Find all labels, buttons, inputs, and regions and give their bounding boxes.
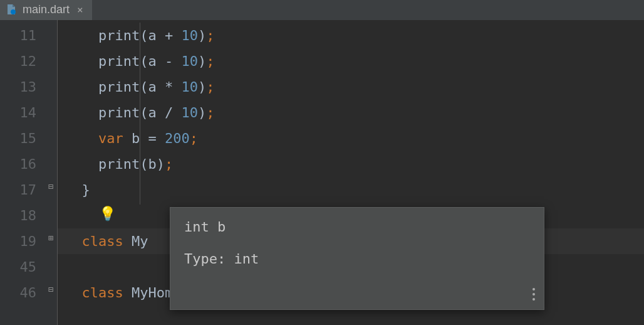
quick-doc-popup: int b Type: int xyxy=(170,207,544,310)
tab-filename: main.dart xyxy=(23,3,70,16)
line-number: 12 xyxy=(0,48,45,74)
tab-bar: main.dart × xyxy=(0,0,644,20)
tooltip-type-row: Type: int xyxy=(184,251,530,267)
line-number: 14 xyxy=(0,100,45,125)
code-line[interactable]: print(a - 10); xyxy=(58,48,644,74)
svg-point-0 xyxy=(11,9,16,14)
code-line[interactable]: print(a + 10); xyxy=(58,23,644,48)
line-number-gutter: 11 12 13 14 15 16 17 18 19 45 46 xyxy=(0,20,45,325)
line-number: 17 xyxy=(0,177,45,203)
line-number: 18 xyxy=(0,203,45,228)
dart-file-icon xyxy=(5,3,18,16)
close-icon[interactable]: × xyxy=(75,4,86,16)
line-number: 15 xyxy=(0,125,45,151)
fold-collapse-icon[interactable]: ⊟ xyxy=(46,285,55,294)
more-options-icon[interactable] xyxy=(532,288,535,301)
tooltip-declaration: int b xyxy=(184,219,530,235)
code-editor[interactable]: 11 12 13 14 15 16 17 18 19 45 46 ⊟ ⊞ ⊟ p… xyxy=(0,20,644,325)
code-line[interactable]: print(b); xyxy=(58,151,644,177)
code-line[interactable]: var b = 200; xyxy=(58,125,644,151)
line-number: 13 xyxy=(0,74,45,100)
line-number: 45 xyxy=(0,254,45,280)
line-number: 16 xyxy=(0,151,45,177)
line-number: 46 xyxy=(0,280,45,306)
code-line[interactable]: print(a / 10); xyxy=(58,100,644,125)
line-number: 19 xyxy=(0,228,45,254)
fold-collapse-icon[interactable]: ⊟ xyxy=(46,182,55,191)
line-number: 11 xyxy=(0,23,45,48)
fold-column: ⊟ ⊞ ⊟ xyxy=(45,20,58,325)
code-line[interactable]: } xyxy=(58,177,644,203)
code-line[interactable]: print(a * 10); xyxy=(58,74,644,100)
editor-tab[interactable]: main.dart × xyxy=(0,0,92,20)
fold-expand-icon[interactable]: ⊞ xyxy=(46,233,55,242)
